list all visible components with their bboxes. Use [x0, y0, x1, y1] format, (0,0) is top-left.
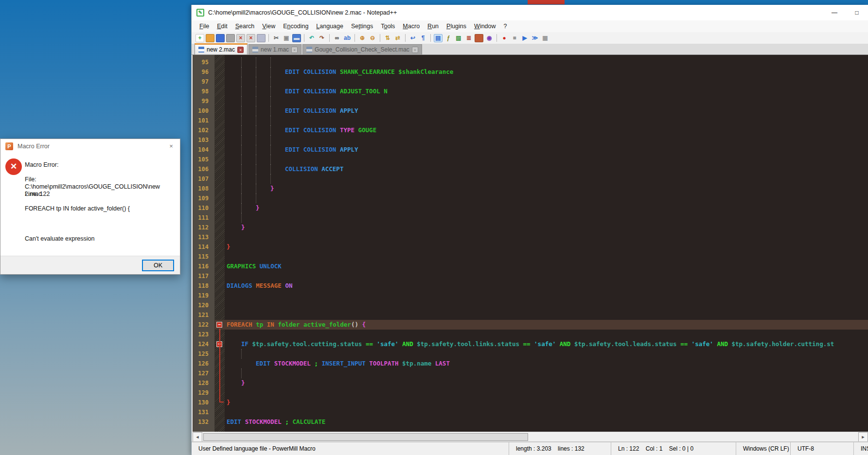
menu-encoding[interactable]: Encoding — [279, 21, 312, 31]
show-all-characters-icon[interactable]: ¶ — [419, 34, 427, 42]
cut-icon[interactable]: ✂ — [272, 34, 281, 42]
line-number[interactable]: 125 — [193, 349, 215, 359]
menu-plugins[interactable]: Plugins — [443, 21, 470, 31]
menu-settings[interactable]: Settings — [347, 21, 377, 31]
fold-margin-cell[interactable] — [215, 223, 225, 232]
close-doc-icon[interactable]: × — [236, 34, 245, 42]
find-icon[interactable]: ∞ — [333, 34, 341, 42]
macro-run-multiple-icon[interactable]: ≫ — [531, 34, 539, 42]
line-number[interactable]: 129 — [193, 388, 215, 398]
code-line-98[interactable]: 98EDIT COLLISION ADJUST_TOOL N — [193, 87, 868, 96]
code-line-109[interactable]: 109 — [193, 193, 868, 203]
line-number[interactable]: 118 — [193, 281, 215, 291]
line-number[interactable]: 95 — [193, 57, 215, 67]
code-line-114[interactable]: 114} — [193, 242, 868, 252]
menu-file[interactable]: File — [195, 21, 213, 31]
code-line-95[interactable]: 95 — [193, 57, 868, 67]
menu-?[interactable]: ? — [500, 21, 511, 31]
macro-stop-icon[interactable]: ■ — [510, 34, 519, 42]
line-number[interactable]: 124 — [193, 339, 215, 349]
code-line-111[interactable]: 111 — [193, 213, 868, 223]
fold-margin-cell[interactable] — [215, 135, 225, 145]
line-number[interactable]: 107 — [193, 174, 215, 184]
line-number[interactable]: 101 — [193, 116, 215, 125]
fold-margin-cell[interactable] — [215, 77, 225, 87]
code-line-132[interactable]: 132EDIT STOCKMODEL ; CALCULATE — [193, 417, 868, 427]
code-line-127[interactable]: 127 — [193, 368, 868, 378]
fold-margin-cell[interactable] — [215, 125, 225, 135]
line-number[interactable]: 103 — [193, 135, 215, 145]
menu-language[interactable]: Language — [312, 21, 347, 31]
code-line-101[interactable]: 101 — [193, 116, 868, 125]
function-list-icon[interactable]: ƒ — [444, 34, 453, 42]
code-line-125[interactable]: 125 — [193, 349, 868, 359]
document-switcher-icon[interactable]: ≣ — [464, 34, 473, 42]
fold-margin-cell[interactable] — [215, 193, 225, 203]
menu-edit[interactable]: Edit — [213, 21, 231, 31]
code-line-118[interactable]: 118DIALOGS MESSAGE ON — [193, 281, 868, 291]
line-number[interactable]: 98 — [193, 87, 215, 96]
fold-margin-cell[interactable] — [215, 87, 225, 96]
line-number[interactable]: 126 — [193, 359, 215, 368]
line-number[interactable]: 109 — [193, 193, 215, 203]
line-number[interactable]: 99 — [193, 96, 215, 106]
status-insert-mode[interactable]: INS — [853, 442, 868, 455]
code-line-104[interactable]: 104EDIT COLLISION APPLY — [193, 145, 868, 155]
line-number[interactable]: 128 — [193, 378, 215, 388]
code-line-129[interactable]: 129 — [193, 388, 868, 398]
tab-new-2-mac[interactable]: new 2.mac× — [195, 43, 248, 54]
code-line-103[interactable]: 103 — [193, 135, 868, 145]
fold-margin-cell[interactable] — [215, 271, 225, 281]
fold-margin-cell[interactable] — [215, 145, 225, 155]
fold-margin-cell[interactable] — [215, 155, 225, 164]
tab-gouge-collision-check-select-mac[interactable]: Gouge_Collision_Check_Select.mac× — [302, 44, 422, 54]
monitoring-icon[interactable]: ◉ — [485, 34, 494, 42]
save-all-icon[interactable] — [226, 34, 235, 42]
code-line-124[interactable]: 124−IF $tp.safety.tool.cutting.status ==… — [193, 339, 868, 349]
code-editor[interactable]: 9596EDIT COLLISION SHANK_CLEARANCE $shan… — [193, 55, 868, 432]
horizontal-scrollbar[interactable]: ◄ ► — [193, 432, 868, 441]
fold-margin-cell[interactable] — [215, 300, 225, 310]
line-number[interactable]: 115 — [193, 252, 215, 262]
menu-view[interactable]: View — [258, 21, 279, 31]
fold-margin-cell[interactable] — [215, 96, 225, 106]
print-icon[interactable] — [257, 34, 266, 42]
fold-margin-cell[interactable] — [215, 67, 225, 77]
line-number[interactable]: 106 — [193, 164, 215, 174]
fold-margin-cell[interactable] — [215, 310, 225, 320]
title-bar[interactable]: ✎ C:\home\pmill2\macros\GOUGE_COLLISION\… — [192, 5, 868, 20]
line-number[interactable]: 131 — [193, 407, 215, 417]
line-number[interactable]: 127 — [193, 368, 215, 378]
fold-margin-cell[interactable] — [215, 242, 225, 252]
code-line-108[interactable]: 108} — [193, 184, 868, 193]
line-number[interactable]: 112 — [193, 223, 215, 232]
code-line-115[interactable]: 115 — [193, 252, 868, 262]
line-number[interactable]: 122 — [193, 320, 215, 330]
line-number[interactable]: 120 — [193, 300, 215, 310]
code-line-107[interactable]: 107 — [193, 174, 868, 184]
undo-icon[interactable]: ↶ — [307, 34, 316, 42]
zoom-in-icon[interactable]: ⊕ — [358, 34, 367, 42]
line-number[interactable]: 104 — [193, 145, 215, 155]
dialog-close-icon[interactable]: × — [167, 142, 175, 150]
line-number[interactable]: 108 — [193, 184, 215, 193]
fold-margin-cell[interactable] — [215, 164, 225, 174]
fold-margin-cell[interactable] — [215, 232, 225, 242]
folder-as-workspace-icon[interactable] — [475, 34, 483, 42]
line-number[interactable]: 110 — [193, 203, 215, 213]
indent-guide-icon[interactable]: ▤ — [434, 34, 443, 42]
zoom-out-icon[interactable]: ⊖ — [368, 34, 377, 42]
code-line-96[interactable]: 96EDIT COLLISION SHANK_CLEARANCE $shankC… — [193, 67, 868, 77]
fold-margin-cell[interactable] — [215, 291, 225, 300]
tab-close-icon[interactable]: × — [237, 47, 244, 53]
menu-window[interactable]: Window — [470, 21, 499, 31]
line-number[interactable]: 119 — [193, 291, 215, 300]
fold-margin-cell[interactable] — [215, 174, 225, 184]
scroll-right-arrow[interactable]: ► — [858, 432, 868, 442]
macro-save-icon[interactable]: ▦ — [541, 34, 549, 42]
close-all-docs-icon[interactable]: × — [247, 34, 255, 42]
replace-icon[interactable]: ab — [343, 34, 352, 42]
menu-macro[interactable]: Macro — [399, 21, 424, 31]
status-eol-format[interactable]: Windows (CR LF) — [736, 442, 790, 455]
save-icon[interactable] — [216, 34, 225, 42]
